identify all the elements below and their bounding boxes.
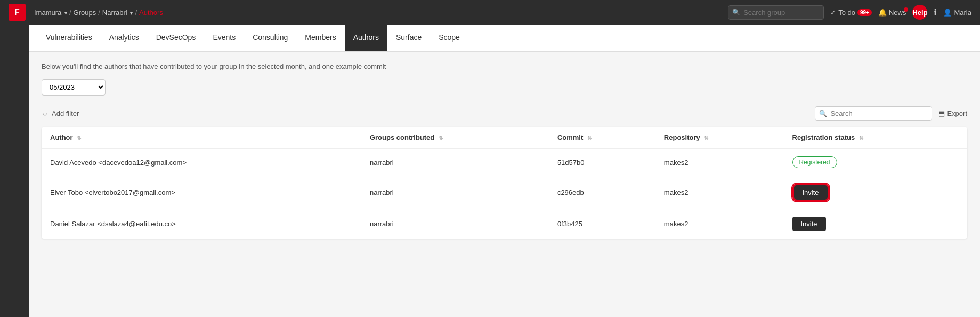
cell-author: David Acevedo <dacevedoa12@gmail.com>: [42, 148, 361, 176]
right-toolbar: 🔍 ⬒ Export: [815, 106, 967, 121]
col-status-label: Registration status: [792, 133, 855, 141]
month-select[interactable]: 01/2023 02/2023 03/2023 04/2023 05/2023 …: [42, 79, 106, 96]
user-button[interactable]: 👤 Maria: [943, 9, 971, 17]
breadcrumb: Imamura ▾ / Groups / Narrabri ▾ / Author…: [34, 9, 728, 17]
cell-commit: c296edb: [549, 176, 655, 209]
news-button[interactable]: 🔔 News: [878, 9, 906, 17]
tab-scope[interactable]: Scope: [430, 25, 468, 51]
invite-button[interactable]: Invite: [792, 217, 826, 231]
sidebar: [0, 25, 29, 317]
breadcrumb-sep-3: /: [135, 9, 137, 17]
status-sort-icon: ⇅: [859, 135, 863, 141]
cell-repository: makes2: [655, 176, 784, 209]
tab-devsecops[interactable]: DevSecOps: [148, 25, 205, 51]
search-group-wrapper: 🔍: [728, 5, 824, 20]
table-search-icon: 🔍: [819, 110, 827, 117]
tab-vulnerabilities[interactable]: Vulnerabilities: [37, 25, 101, 51]
bell-icon: 🔔: [878, 9, 887, 17]
todo-button[interactable]: ✓ To do 99+: [830, 9, 872, 17]
help-button[interactable]: Help: [912, 5, 927, 20]
export-icon: ⬒: [938, 109, 945, 117]
todo-label: To do: [838, 9, 855, 17]
repo-sort-icon: ⇅: [704, 135, 708, 141]
cell-author: Elver Tobo <elvertobo2017@gmail.com>: [42, 176, 361, 209]
export-label: Export: [947, 109, 967, 117]
author-sort-icon: ⇅: [77, 135, 81, 141]
add-filter-button[interactable]: ⛉ Add filter: [42, 109, 79, 117]
col-groups-contributed[interactable]: Groups contributed ⇅: [361, 127, 549, 148]
search-group-icon: 🔍: [732, 9, 740, 16]
help-label: Help: [912, 9, 927, 17]
tab-events[interactable]: Events: [204, 25, 244, 51]
breadcrumb-authors-active: Authors: [139, 9, 163, 17]
table-header-row: Author ⇅ Groups contributed ⇅ Commit ⇅ R…: [42, 127, 967, 148]
info-button[interactable]: ℹ: [934, 7, 937, 18]
table-search-wrapper: 🔍: [815, 106, 932, 121]
search-group-input[interactable]: [728, 5, 824, 20]
cell-registration-status: Invite: [784, 176, 968, 209]
add-filter-label: Add filter: [52, 109, 79, 117]
table-search-input[interactable]: [815, 106, 932, 121]
breadcrumb-imamura[interactable]: Imamura ▾: [34, 9, 67, 17]
news-dot: [904, 7, 908, 12]
tab-consulting[interactable]: Consulting: [244, 25, 296, 51]
page-content: Below you'll find the authors that have …: [29, 52, 980, 249]
cell-repository: makes2: [655, 148, 784, 176]
cell-groups-contributed: narrabri: [361, 209, 549, 239]
checkmark-icon: ✓: [830, 9, 836, 17]
table-row: Elver Tobo <elvertobo2017@gmail.com>narr…: [42, 176, 967, 209]
col-author-label: Author: [50, 133, 73, 141]
todo-badge: 99+: [857, 9, 872, 16]
tab-authors[interactable]: Authors: [345, 25, 387, 51]
tab-members[interactable]: Members: [296, 25, 344, 51]
invite-button-highlighted[interactable]: Invite: [792, 184, 829, 201]
cell-groups-contributed: narrabri: [361, 148, 549, 176]
app-logo: F: [9, 4, 26, 21]
tab-bar: Vulnerabilities Analytics DevSecOps Even…: [29, 25, 980, 52]
top-nav-right: 🔍 ✓ To do 99+ 🔔 News Help ℹ 👤 Maria: [728, 5, 971, 20]
col-registration-status[interactable]: Registration status ⇅: [784, 127, 968, 148]
cell-commit: 0f3b425: [549, 209, 655, 239]
table-toolbar: ⛉ Add filter 🔍 ⬒ Export: [42, 106, 967, 121]
commit-sort-icon: ⇅: [587, 135, 592, 141]
tab-analytics[interactable]: Analytics: [101, 25, 148, 51]
cell-groups-contributed: narrabri: [361, 176, 549, 209]
user-label: Maria: [954, 9, 971, 17]
breadcrumb-groups[interactable]: Groups: [74, 9, 96, 17]
col-repository[interactable]: Repository ⇅: [655, 127, 784, 148]
col-commit[interactable]: Commit ⇅: [549, 127, 655, 148]
registered-badge: Registered: [792, 156, 837, 168]
top-navigation: F Imamura ▾ / Groups / Narrabri ▾ / Auth…: [0, 0, 980, 25]
breadcrumb-sep-2: /: [98, 9, 100, 17]
col-commit-label: Commit: [557, 133, 583, 141]
table-row: David Acevedo <dacevedoa12@gmail.com>nar…: [42, 148, 967, 176]
main-content: Vulnerabilities Analytics DevSecOps Even…: [29, 25, 980, 317]
user-icon: 👤: [943, 9, 952, 17]
cell-registration-status: Invite: [784, 209, 968, 239]
col-author[interactable]: Author ⇅: [42, 127, 361, 148]
breadcrumb-sep-1: /: [69, 9, 71, 17]
filter-icon: ⛉: [42, 109, 48, 117]
export-button[interactable]: ⬒ Export: [938, 109, 967, 117]
table-row: Daniel Salazar <dsalaza4@eafit.edu.co>na…: [42, 209, 967, 239]
groups-sort-icon: ⇅: [439, 135, 443, 141]
tab-surface[interactable]: Surface: [387, 25, 430, 51]
col-groups-label: Groups contributed: [370, 133, 434, 141]
page-description: Below you'll find the authors that have …: [42, 62, 967, 70]
cell-registration-status: Registered: [784, 148, 968, 176]
cell-author: Daniel Salazar <dsalaza4@eafit.edu.co>: [42, 209, 361, 239]
cell-repository: makes2: [655, 209, 784, 239]
authors-table: Author ⇅ Groups contributed ⇅ Commit ⇅ R…: [42, 127, 967, 239]
cell-commit: 51d57b0: [549, 148, 655, 176]
col-repository-label: Repository: [664, 133, 700, 141]
breadcrumb-narrabri[interactable]: Narrabri ▾: [102, 9, 133, 17]
